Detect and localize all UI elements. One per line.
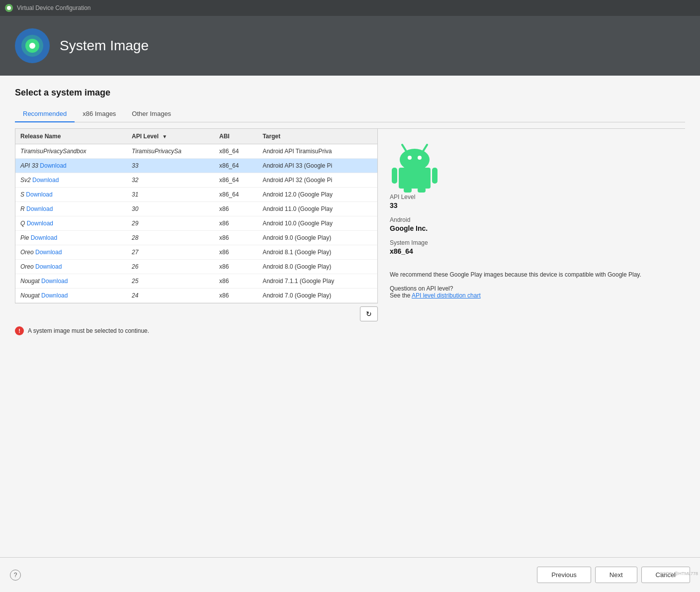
cell-api-level: 30 xyxy=(127,202,214,216)
api-question-text: Questions on API level? xyxy=(390,285,453,292)
table-row[interactable]: Q Download29x86Android 10.0 (Google Play xyxy=(15,216,377,231)
cell-abi: x86 xyxy=(214,216,258,231)
table-row[interactable]: API 33 Download33x86_64Android API 33 (G… xyxy=(15,159,377,173)
table-row[interactable]: Sv2 Download32x86_64Android API 32 (Goog… xyxy=(15,173,377,188)
tab-recommended[interactable]: Recommended xyxy=(15,106,75,122)
title-bar-text: Virtual Device Configuration xyxy=(17,4,91,11)
cell-release-name: R Download xyxy=(15,202,127,216)
download-link[interactable]: Download xyxy=(26,205,53,212)
tab-otherimages[interactable]: Other Images xyxy=(124,106,179,122)
warning-message: A system image must be selected to conti… xyxy=(28,327,149,334)
watermark: CSDN @HTML778 xyxy=(660,571,698,576)
svg-rect-11 xyxy=(392,168,397,184)
cell-release-name: TiramisuPrivacySandbox xyxy=(15,144,127,159)
cell-release-name: Sv2 Download xyxy=(15,173,127,188)
svg-point-1 xyxy=(7,6,11,10)
cell-abi: x86 xyxy=(214,245,258,260)
help-button[interactable]: ? xyxy=(10,570,21,581)
cell-abi: x86 xyxy=(214,260,258,274)
cell-target: Android 10.0 (Google Play xyxy=(258,216,377,231)
api-chart-link[interactable]: API level distribution chart xyxy=(412,292,481,299)
table-row[interactable]: Oreo Download27x86Android 8.1 (Google Pl… xyxy=(15,245,377,260)
col-api-level[interactable]: API Level ▼ xyxy=(127,129,214,144)
svg-rect-10 xyxy=(399,168,431,189)
download-link[interactable]: Download xyxy=(27,220,53,227)
download-link[interactable]: Download xyxy=(41,292,68,299)
see-text: See the xyxy=(390,292,412,299)
cell-release-name: Q Download xyxy=(15,216,127,231)
col-target: Target xyxy=(258,129,377,144)
system-image-table[interactable]: Release Name API Level ▼ ABI Target Tira… xyxy=(15,128,378,303)
cell-target: Android 7.1.1 (Google Play xyxy=(258,274,377,289)
warning-icon: ! xyxy=(15,326,24,335)
right-panel: API Level 33 Android Google Inc. System … xyxy=(378,128,685,545)
header-logo xyxy=(15,28,50,63)
android-value: Google Inc. xyxy=(390,224,673,232)
cell-abi: x86 xyxy=(214,202,258,216)
title-bar: Virtual Device Configuration xyxy=(0,0,700,16)
cell-target: Android 11.0 (Google Play xyxy=(258,202,377,216)
cell-release-name: Pie Download xyxy=(15,231,127,245)
svg-point-8 xyxy=(408,156,412,160)
download-link[interactable]: Download xyxy=(31,234,57,241)
table-row[interactable]: Nougat Download24x86Android 7.0 (Google … xyxy=(15,289,377,303)
table-header: Release Name API Level ▼ ABI Target xyxy=(15,129,377,144)
download-link[interactable]: Download xyxy=(26,191,52,198)
table-row[interactable]: Nougat Download25x86Android 7.1.1 (Googl… xyxy=(15,274,377,289)
table-row[interactable]: TiramisuPrivacySandboxTiramisuPrivacySax… xyxy=(15,144,377,159)
cell-abi: x86 xyxy=(214,231,258,245)
download-link[interactable]: Download xyxy=(35,249,62,256)
system-image-value: x86_64 xyxy=(390,247,673,255)
svg-point-4 xyxy=(29,43,35,49)
cell-abi: x86_64 xyxy=(214,188,258,202)
android-label: Android xyxy=(390,216,673,223)
cell-target: Android API 33 (Google Pi xyxy=(258,159,377,173)
warning-bar: ! A system image must be selected to con… xyxy=(15,326,378,335)
table-body: TiramisuPrivacySandboxTiramisuPrivacySax… xyxy=(15,144,377,303)
header-title: System Image xyxy=(60,38,149,54)
cell-target: Android 7.0 (Google Play) xyxy=(258,289,377,303)
app-icon xyxy=(5,4,13,12)
cell-api-level: TiramisuPrivacySa xyxy=(127,144,214,159)
refresh-button[interactable]: ↻ xyxy=(360,306,378,321)
download-link[interactable]: Download xyxy=(41,278,68,285)
download-link[interactable]: Download xyxy=(40,162,66,169)
sort-icon: ▼ xyxy=(162,134,167,139)
download-link[interactable]: Download xyxy=(35,263,62,270)
cell-target: Android 8.0 (Google Play) xyxy=(258,260,377,274)
col-abi: ABI xyxy=(214,129,258,144)
cell-release-name: Oreo Download xyxy=(15,260,127,274)
table-row[interactable]: Oreo Download26x86Android 8.0 (Google Pl… xyxy=(15,260,377,274)
next-button[interactable]: Next xyxy=(595,567,637,583)
cell-target: Android API TiramisuPriva xyxy=(258,144,377,159)
header: System Image xyxy=(0,16,700,76)
cell-api-level: 25 xyxy=(127,274,214,289)
download-link[interactable]: Download xyxy=(32,177,59,184)
android-logo-icon xyxy=(390,139,439,194)
cell-api-level: 28 xyxy=(127,231,214,245)
api-level-label: API Level xyxy=(390,194,673,200)
cell-target: Android API 32 (Google Pi xyxy=(258,173,377,188)
cell-abi: x86_64 xyxy=(214,173,258,188)
api-level-value: 33 xyxy=(390,201,673,209)
cell-release-name: Nougat Download xyxy=(15,274,127,289)
table-row[interactable]: R Download30x86Android 11.0 (Google Play xyxy=(15,202,377,216)
previous-button[interactable]: Previous xyxy=(537,567,591,583)
tab-x86images[interactable]: x86 Images xyxy=(75,106,124,122)
cell-api-level: 27 xyxy=(127,245,214,260)
cell-abi: x86 xyxy=(214,289,258,303)
table-row[interactable]: S Download31x86_64Android 12.0 (Google P… xyxy=(15,188,377,202)
cell-target: Android 9.0 (Google Play) xyxy=(258,231,377,245)
col-release-name: Release Name xyxy=(15,129,127,144)
cell-abi: x86 xyxy=(214,274,258,289)
content-area: Release Name API Level ▼ ABI Target Tira… xyxy=(15,122,685,545)
cell-api-level: 24 xyxy=(127,289,214,303)
cell-release-name: Oreo Download xyxy=(15,245,127,260)
table-row[interactable]: Pie Download28x86Android 9.0 (Google Pla… xyxy=(15,231,377,245)
svg-rect-12 xyxy=(432,168,438,184)
recommendation-text: We recommend these Google Play images be… xyxy=(390,270,673,279)
cell-api-level: 26 xyxy=(127,260,214,274)
cell-release-name: API 33 Download xyxy=(15,159,127,173)
main-content: Select a system image Recommended x86 Im… xyxy=(0,76,700,557)
cell-api-level: 32 xyxy=(127,173,214,188)
